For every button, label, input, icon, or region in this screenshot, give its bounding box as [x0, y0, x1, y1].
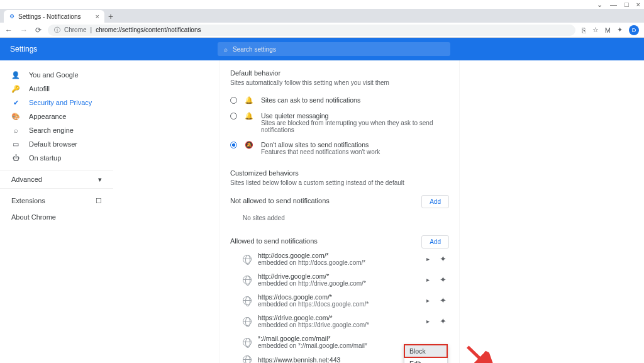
chevron-down-icon: ▾	[98, 176, 102, 184]
tab-strip: ⚙ Settings - Notifications × +	[0, 9, 644, 23]
radio-label: Don't allow sites to send notifications	[261, 141, 380, 148]
chevron-down-icon[interactable]: ⌄	[597, 1, 602, 9]
settings-favicon-icon: ⚙	[9, 13, 15, 20]
sidebar-item-security[interactable]: ✔Security and Privacy	[0, 96, 113, 109]
browser-tab[interactable]: ⚙ Settings - Notifications ×	[4, 10, 104, 23]
default-behavior-sub: Sites automatically follow this setting …	[230, 79, 449, 86]
extension-icon[interactable]: ✦	[440, 296, 447, 305]
sidebar-item-label: On startup	[29, 154, 61, 162]
settings-sidebar: 👤You and Google 🔑Autofill ✔Security and …	[0, 60, 113, 363]
window-titlebar: ⌄ — □ ×	[0, 0, 644, 9]
site-url: https://drive.google.com/*	[258, 314, 369, 321]
sidebar-item-label: You and Google	[29, 71, 79, 79]
radio-icon[interactable]	[230, 97, 237, 104]
menu-item-edit[interactable]: Edit	[404, 357, 447, 363]
chevron-right-icon[interactable]: ▸	[426, 318, 430, 325]
extensions-icon[interactable]: ✦	[617, 26, 623, 34]
chevron-right-icon[interactable]: ▸	[426, 297, 430, 304]
radio-sublabel: Features that need notifications won't w…	[261, 148, 380, 155]
site-url: http://docs.google.com/*	[258, 252, 365, 259]
sidebar-item-label: Security and Privacy	[29, 99, 92, 106]
open-icon: ☐	[96, 197, 102, 205]
site-row[interactable]: http://docs.google.com/*embedded on http…	[230, 249, 449, 269]
sidebar-advanced-toggle[interactable]: Advanced▾	[0, 170, 113, 189]
share-icon[interactable]: ⎘	[582, 26, 586, 34]
allowed-heading: Allowed to send notifications	[230, 237, 318, 245]
site-url: https://www.bennish.net:443	[258, 356, 340, 363]
sidebar-about-chrome[interactable]: About Chrome	[0, 210, 113, 224]
bell-icon: 🔔	[245, 112, 253, 120]
site-embedded: embedded on https://drive.google.com/*	[258, 321, 369, 328]
search-settings-input[interactable]: ⌕ Search settings	[218, 42, 450, 56]
maximize-button[interactable]: □	[625, 1, 629, 8]
close-window-button[interactable]: ×	[636, 1, 640, 8]
globe-icon	[243, 317, 252, 326]
shield-icon: ✔	[11, 99, 20, 107]
sidebar-item-label: Appearance	[29, 113, 66, 120]
browser-icon: ▭	[11, 140, 20, 148]
site-context-menu: Block Edit Remove	[404, 344, 448, 363]
site-row[interactable]: https://docs.google.com/*embedded on htt…	[230, 290, 449, 311]
chevron-right-icon[interactable]: ▸	[426, 255, 430, 262]
site-info-icon[interactable]: ⓘ	[54, 26, 60, 35]
content-wrap: Default behavior Sites automatically fol…	[113, 60, 644, 363]
extension-icon[interactable]: ✦	[440, 316, 447, 326]
sidebar-item-search-engine[interactable]: ⌕Search engine	[0, 123, 113, 137]
add-allowed-button[interactable]: Add	[421, 235, 449, 249]
radio-icon[interactable]	[230, 142, 237, 148]
sidebar-item-label: Autofill	[29, 85, 50, 92]
globe-icon	[243, 355, 252, 363]
extension-icon[interactable]: ✦	[440, 254, 447, 264]
site-row[interactable]: http://drive.google.com/*embedded on htt…	[230, 269, 449, 290]
reload-button[interactable]: ⟳	[35, 26, 42, 35]
tab-title: Settings - Notifications	[18, 13, 81, 20]
notifications-panel: Default behavior Sites automatically fol…	[220, 60, 459, 363]
settings-title: Settings	[10, 45, 218, 53]
main-content: 👤You and Google 🔑Autofill ✔Security and …	[0, 60, 644, 363]
url-prefix: Chrome	[64, 26, 87, 33]
radio-sublabel: Sites are blocked from interrupting you …	[261, 120, 449, 133]
search-placeholder: Search settings	[233, 46, 276, 53]
new-tab-button[interactable]: +	[104, 10, 117, 23]
add-not-allowed-button[interactable]: Add	[421, 195, 449, 208]
search-icon: ⌕	[11, 126, 20, 134]
extension-icon[interactable]: ✦	[440, 275, 447, 284]
mail-icon[interactable]: M	[605, 26, 611, 34]
globe-icon	[243, 296, 252, 305]
sidebar-item-appearance[interactable]: 🎨Appearance	[0, 109, 113, 123]
site-embedded: embedded on *://mail.google.com/mail*	[258, 342, 367, 349]
url-field[interactable]: ⓘ Chrome | chrome://settings/content/not…	[48, 25, 575, 36]
globe-icon	[243, 338, 252, 347]
sidebar-extensions-link[interactable]: Extensions☐	[0, 193, 113, 209]
power-icon: ⏻	[11, 154, 20, 162]
radio-sites-can-ask[interactable]: 🔔 Sites can ask to send notifications	[230, 92, 449, 108]
about-label: About Chrome	[11, 213, 56, 221]
site-url: *://mail.google.com/mail*	[258, 335, 367, 342]
sidebar-item-on-startup[interactable]: ⏻On startup	[0, 151, 113, 165]
site-row[interactable]: https://drive.google.com/*embedded on ht…	[230, 311, 449, 332]
bell-off-icon: 🔕	[245, 141, 253, 149]
not-allowed-heading: Not allowed to send notifications	[230, 197, 330, 204]
site-embedded: embedded on http://docs.google.com/*	[258, 259, 365, 266]
sidebar-item-you-and-google[interactable]: 👤You and Google	[0, 68, 113, 82]
customized-sub: Sites listed below follow a custom setti…	[230, 179, 449, 186]
sidebar-item-default-browser[interactable]: ▭Default browser	[0, 137, 113, 151]
back-button[interactable]: ←	[5, 26, 13, 35]
star-icon[interactable]: ☆	[592, 26, 599, 34]
radio-dont-allow[interactable]: 🔕 Don't allow sites to send notification…	[230, 137, 449, 159]
radio-quieter-messaging[interactable]: 🔔 Use quieter messagingSites are blocked…	[230, 108, 449, 137]
palette-icon: 🎨	[11, 113, 20, 121]
radio-label: Sites can ask to send notifications	[261, 96, 360, 104]
radio-icon[interactable]	[230, 113, 237, 120]
sidebar-item-autofill[interactable]: 🔑Autofill	[0, 82, 113, 96]
sidebar-item-label: Search engine	[29, 126, 74, 134]
bell-icon: 🔔	[245, 96, 253, 104]
person-icon: 👤	[11, 71, 20, 79]
forward-button[interactable]: →	[20, 26, 28, 35]
extensions-label: Extensions	[11, 197, 45, 204]
chevron-right-icon[interactable]: ▸	[426, 276, 430, 283]
menu-item-block[interactable]: Block	[404, 345, 447, 357]
tab-close-icon[interactable]: ×	[96, 13, 99, 20]
minimize-button[interactable]: —	[610, 1, 617, 8]
profile-avatar[interactable]: D	[629, 25, 639, 35]
